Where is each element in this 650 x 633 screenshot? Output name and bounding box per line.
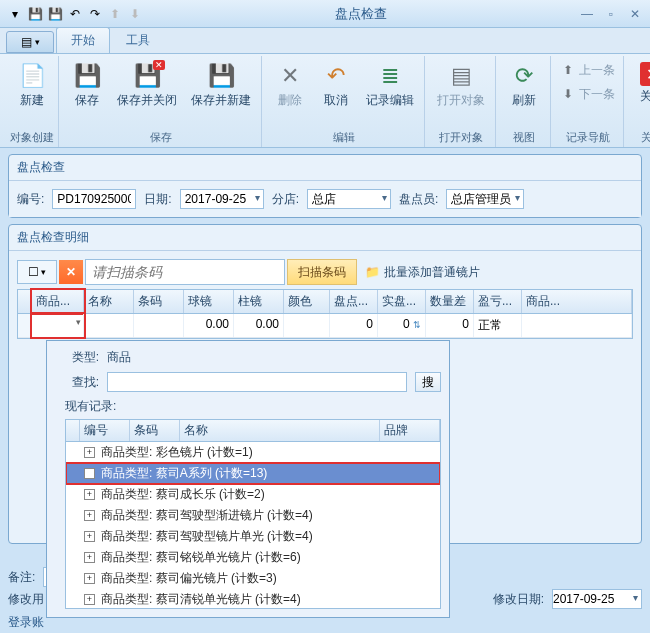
bulk-add-button[interactable]: 📁批量添加普通镜片: [365, 264, 480, 281]
group-label: 关闭: [630, 128, 650, 147]
minimize-button[interactable]: —: [578, 7, 596, 21]
new-button[interactable]: 📄新建: [10, 58, 54, 113]
expand-icon[interactable]: +: [84, 552, 95, 563]
next-icon[interactable]: ⬇: [126, 5, 144, 23]
search-button[interactable]: 搜: [415, 372, 441, 392]
open-object-button[interactable]: ▤打开对象: [431, 58, 491, 113]
product-cell-dropdown[interactable]: ▾: [32, 314, 84, 337]
cancel-button[interactable]: ↶取消: [314, 58, 358, 113]
expand-icon[interactable]: +: [84, 468, 95, 479]
expand-icon[interactable]: +: [84, 489, 95, 500]
tree-col-code[interactable]: 编号: [80, 420, 130, 441]
tab-start[interactable]: 开始: [56, 27, 110, 53]
save-close-icon[interactable]: 💾: [46, 5, 64, 23]
tree-col-name[interactable]: 名称: [180, 420, 380, 441]
expand-icon[interactable]: +: [84, 510, 95, 521]
col-actual[interactable]: 实盘...: [378, 290, 426, 313]
chevron-down-icon: ▾: [35, 37, 40, 47]
delete-button[interactable]: ✕删除: [268, 58, 312, 113]
save-icon: 💾: [73, 62, 101, 90]
group-text: 商品类型: 蔡司A系列 (计数=13): [101, 465, 267, 482]
search-input[interactable]: [107, 372, 407, 392]
save-close-button[interactable]: 💾✕保存并关闭: [111, 58, 183, 113]
col-diff[interactable]: 数量差: [426, 290, 474, 313]
moddate-input[interactable]: [552, 589, 642, 609]
tab-tools[interactable]: 工具: [112, 28, 164, 53]
row-handle-col: [18, 290, 32, 313]
expand-icon[interactable]: +: [84, 573, 95, 584]
barcode-input[interactable]: [85, 259, 285, 285]
folder-icon: 📁: [365, 265, 380, 279]
col-status[interactable]: 盈亏...: [474, 290, 522, 313]
grid-row[interactable]: ▾ 0.00 0.00 0 0 ⇅ 0 正常: [18, 314, 632, 338]
next-record-button[interactable]: ⬇下一条: [557, 82, 619, 105]
tree-group-row[interactable]: +商品类型: 蔡司铭锐单光镜片 (计数=6): [66, 547, 440, 568]
name-cell: [84, 314, 134, 337]
file-menu-button[interactable]: ▤▾: [6, 31, 54, 53]
col-name[interactable]: 名称: [84, 290, 134, 313]
product-lookup-dropdown: 类型:商品 查找:搜 现有记录: 编号 条码 名称 品牌 +商品类型: 彩色镜片…: [46, 340, 450, 618]
close-button[interactable]: ✕: [626, 7, 644, 21]
prev-record-button[interactable]: ⬆上一条: [557, 58, 619, 81]
tree-group-row[interactable]: +商品类型: 蔡司成长乐 (计数=2): [66, 484, 440, 505]
refresh-button[interactable]: ⟳刷新: [502, 58, 546, 113]
store-label: 分店:: [272, 191, 299, 208]
tree-col-barcode[interactable]: 条码: [130, 420, 180, 441]
col-barcode[interactable]: 条码: [134, 290, 184, 313]
ribbon-group-view: ⟳刷新 视图: [498, 56, 551, 147]
undo-icon[interactable]: ↶: [66, 5, 84, 23]
clerk-select[interactable]: [446, 189, 524, 209]
date-input[interactable]: [180, 189, 264, 209]
save-new-button[interactable]: 💾保存并新建: [185, 58, 257, 113]
save-button[interactable]: 💾保存: [65, 58, 109, 113]
tree-group-row[interactable]: +商品类型: 蔡司驾驶型渐进镜片 (计数=4): [66, 505, 440, 526]
col-product[interactable]: 商品...: [32, 290, 84, 313]
row-selector[interactable]: ☐ ▾: [17, 260, 57, 284]
expand-icon[interactable]: +: [84, 447, 95, 458]
col-plan[interactable]: 盘点...: [330, 290, 378, 313]
tree-col-brand[interactable]: 品牌: [380, 420, 440, 441]
panel-title: 盘点检查明细: [9, 225, 641, 251]
col-color[interactable]: 颜色: [284, 290, 330, 313]
product-tree[interactable]: 编号 条码 名称 品牌 +商品类型: 彩色镜片 (计数=1)+商品类型: 蔡司A…: [65, 419, 441, 609]
tree-group-row[interactable]: +商品类型: 蔡司偏光镜片 (计数=3): [66, 568, 440, 589]
actual-cell[interactable]: 0 ⇅: [378, 314, 426, 337]
prev-icon[interactable]: ⬆: [106, 5, 124, 23]
date-label: 日期:: [144, 191, 171, 208]
maximize-button[interactable]: ▫: [602, 7, 620, 21]
close-window-button[interactable]: ✕关闭: [630, 58, 650, 109]
expand-icon[interactable]: +: [84, 594, 95, 605]
expand-icon[interactable]: +: [84, 531, 95, 542]
stepper-icon[interactable]: ⇅: [413, 320, 421, 330]
delete-row-button[interactable]: ✕: [59, 260, 83, 284]
qat-dropdown-icon[interactable]: ▾: [6, 5, 24, 23]
delete-icon: ✕: [276, 62, 304, 90]
ribbon-group-open: ▤打开对象 打开对象: [427, 56, 496, 147]
group-label: 保存: [65, 128, 257, 147]
save-icon[interactable]: 💾: [26, 5, 44, 23]
col-product2[interactable]: 商品...: [522, 290, 632, 313]
edit-record-button[interactable]: ≣记录编辑: [360, 58, 420, 113]
search-label: 查找:: [55, 374, 99, 391]
code-input[interactable]: [52, 189, 136, 209]
store-select[interactable]: [307, 189, 391, 209]
tree-group-row[interactable]: +商品类型: 蔡司清锐单光镜片 (计数=4): [66, 589, 440, 609]
edit-icon: ≣: [376, 62, 404, 90]
modby-label: 修改用: [8, 591, 44, 608]
undo-icon: ↶: [322, 62, 350, 90]
header-form: 编号: 日期: 分店: 盘点员:: [9, 181, 641, 217]
type-value: 商品: [107, 349, 131, 366]
tree-group-row[interactable]: +商品类型: 彩色镜片 (计数=1): [66, 442, 440, 463]
col-cylinder[interactable]: 柱镜: [234, 290, 284, 313]
col-sphere[interactable]: 球镜: [184, 290, 234, 313]
scan-button[interactable]: 扫描条码: [287, 259, 357, 285]
row-handle[interactable]: [18, 314, 32, 337]
type-label: 类型:: [55, 349, 99, 366]
redo-icon[interactable]: ↷: [86, 5, 104, 23]
refresh-icon: ⟳: [510, 62, 538, 90]
tree-group-row[interactable]: +商品类型: 蔡司驾驶型镜片单光 (计数=4): [66, 526, 440, 547]
tree-header: 编号 条码 名称 品牌: [66, 420, 440, 442]
panel-title: 盘点检查: [9, 155, 641, 181]
tree-group-row[interactable]: +商品类型: 蔡司A系列 (计数=13): [66, 463, 440, 484]
group-label: 视图: [502, 128, 546, 147]
